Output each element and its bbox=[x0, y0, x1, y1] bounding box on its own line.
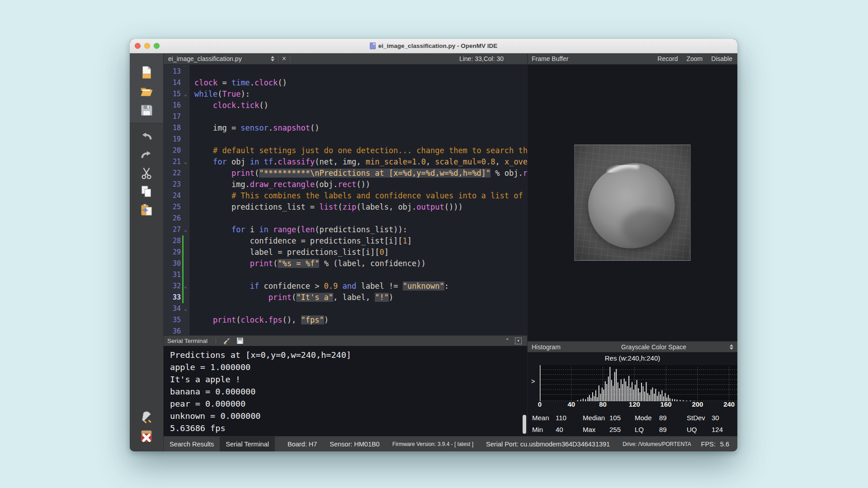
x-axis-tick-label: 120 bbox=[629, 400, 640, 408]
histogram-stats-row: Mean110Median105Mode89StDev30 bbox=[532, 412, 737, 424]
histogram-stats-row: Min40Max255LQ89UQ124 bbox=[532, 424, 737, 436]
code-line-24[interactable]: 24 # This combines the labels and confid… bbox=[164, 190, 527, 202]
code-line-14[interactable]: 14clock = time.clock() bbox=[164, 77, 527, 89]
record-button[interactable]: Record bbox=[657, 55, 678, 62]
code-text: print("**********\nPredictions at [x=%d,… bbox=[194, 168, 527, 179]
stat-label: StDev bbox=[687, 412, 712, 424]
code-line-21[interactable]: 21⌄ for obj in tf.classify(net, img, min… bbox=[164, 156, 527, 168]
code-editor[interactable]: 1314clock = time.clock()15⌄while(True):1… bbox=[164, 65, 527, 335]
frame-buffer-title: Frame Buffer bbox=[528, 55, 568, 62]
editor-tabbar: ei_image_classification.py × Line: 33,Co… bbox=[164, 53, 527, 65]
line-number: 24 bbox=[164, 190, 181, 202]
code-line-34[interactable]: 34⌄ bbox=[164, 303, 527, 314]
save-terminal-log-icon[interactable] bbox=[236, 337, 245, 345]
code-line-36[interactable]: 36 bbox=[164, 326, 527, 335]
code-text: for obj in tf.classify(net, img, min_sca… bbox=[194, 156, 527, 168]
statusbar-info: Sensor: HM01B0 bbox=[330, 441, 379, 448]
code-text: if confidence > 0.9 and label != "unknow… bbox=[194, 281, 449, 292]
redo-button[interactable] bbox=[139, 147, 154, 162]
new-file-button[interactable] bbox=[139, 65, 154, 80]
line-number: 27 bbox=[164, 224, 181, 235]
terminal-menu-icon[interactable]: ▾ bbox=[515, 338, 522, 344]
stop-script-button[interactable] bbox=[139, 429, 154, 443]
fold-chevron-icon[interactable]: ⌄ bbox=[184, 281, 187, 292]
line-number: 17 bbox=[164, 111, 181, 122]
serial-terminal-output[interactable]: Predictions at [x=0,y=0,w=240,h=240]appl… bbox=[164, 346, 527, 436]
fold-chevron-icon[interactable]: ⌄ bbox=[184, 89, 187, 100]
fold-chevron-icon[interactable]: ⌄ bbox=[184, 303, 187, 314]
code-line-33[interactable]: 33 print("It's a", label, "!") bbox=[164, 292, 527, 303]
code-line-19[interactable]: 19 bbox=[164, 134, 527, 145]
statusbar-info: Board: H7 bbox=[288, 441, 317, 448]
collapse-terminal-icon[interactable]: ⌃ bbox=[505, 338, 509, 344]
code-line-35[interactable]: 35 print(clock.fps(), "fps") bbox=[164, 314, 527, 326]
histogram-panel: Res (w:240,h:240) > 04080120160200240 Me… bbox=[528, 352, 737, 436]
code-line-26[interactable]: 26 bbox=[164, 213, 527, 224]
histogram-title: Histogram bbox=[528, 343, 561, 351]
openmv-ide-window: ei_image_classification.py - OpenMV IDE … bbox=[130, 39, 737, 451]
code-text: confidence = predictions_list[i][1] bbox=[194, 235, 412, 247]
disable-button[interactable]: Disable bbox=[711, 55, 732, 62]
code-text: # This combines the labels and confidenc… bbox=[194, 190, 527, 202]
tab-switcher-control[interactable] bbox=[271, 56, 274, 61]
close-window-button[interactable] bbox=[135, 43, 141, 49]
colorspace-dropdown[interactable]: Grayscale Color Space bbox=[621, 343, 737, 351]
tab-filename[interactable]: ei_image_classification.py bbox=[164, 55, 242, 62]
code-line-18[interactable]: 18 img = sensor.snapshot() bbox=[164, 122, 527, 134]
changed-line-marker bbox=[182, 258, 184, 269]
titlebar[interactable]: ei_image_classification.py - OpenMV IDE bbox=[130, 39, 737, 53]
terminal-scrollbar[interactable] bbox=[523, 415, 526, 434]
statusbar-tab-search-results[interactable]: Search Results bbox=[164, 436, 220, 451]
code-line-16[interactable]: 16 clock.tick() bbox=[164, 100, 527, 111]
copy-button[interactable] bbox=[139, 184, 154, 199]
terminal-line: apple = 1.000000 bbox=[170, 361, 527, 373]
code-line-17[interactable]: 17 bbox=[164, 111, 527, 122]
terminal-line: Predictions at [x=0,y=0,w=240,h=240] bbox=[170, 349, 527, 361]
paste-button[interactable] bbox=[139, 203, 154, 217]
fold-chevron-icon[interactable]: ⌄ bbox=[184, 224, 187, 235]
fold-chevron-icon[interactable]: ⌄ bbox=[184, 156, 187, 168]
minimize-window-button[interactable] bbox=[144, 43, 150, 49]
code-line-31[interactable]: 31 bbox=[164, 269, 527, 281]
stat-label: UQ bbox=[687, 424, 712, 436]
line-number: 22 bbox=[164, 168, 181, 179]
code-line-15[interactable]: 15⌄while(True): bbox=[164, 89, 527, 100]
open-file-button[interactable] bbox=[139, 84, 154, 99]
code-line-32[interactable]: 32⌄ if confidence > 0.9 and label != "un… bbox=[164, 281, 527, 292]
colorspace-dropdown-arrows-icon bbox=[730, 344, 733, 350]
zoom-button[interactable]: Zoom bbox=[687, 55, 703, 62]
line-number: 20 bbox=[164, 145, 181, 156]
y-axis-arrow-icon: > bbox=[531, 378, 535, 385]
code-line-27[interactable]: 27⌄ for i in range(len(predictions_list)… bbox=[164, 224, 527, 235]
code-line-23[interactable]: 23 img.draw_rectangle(obj.rect()) bbox=[164, 179, 527, 190]
stat-value: 105 bbox=[609, 412, 635, 424]
window-title: ei_image_classification.py - OpenMV IDE bbox=[378, 42, 497, 49]
code-line-13[interactable]: 13 bbox=[164, 66, 527, 77]
serial-terminal-header: Serial Terminal ⌃ ▾ bbox=[164, 335, 527, 346]
zoom-window-button[interactable] bbox=[154, 43, 160, 49]
code-text: print("%s = %f" % (label, confidence)) bbox=[194, 258, 426, 269]
x-axis-tick-label: 40 bbox=[567, 400, 575, 408]
line-number: 32 bbox=[164, 281, 181, 292]
code-line-30[interactable]: 30 print("%s = %f" % (label, confidence)… bbox=[164, 258, 527, 269]
cut-button[interactable] bbox=[139, 166, 154, 180]
code-line-20[interactable]: 20 # default settings just do one detect… bbox=[164, 145, 527, 156]
changed-line-marker bbox=[182, 247, 184, 258]
code-line-22[interactable]: 22 print("**********\nPredictions at [x=… bbox=[164, 168, 527, 179]
code-text: img.draw_rectangle(obj.rect()) bbox=[194, 179, 370, 190]
tab-close-icon[interactable]: × bbox=[282, 56, 286, 62]
code-line-25[interactable]: 25 predictions_list = list(zip(labels, o… bbox=[164, 202, 527, 213]
frame-buffer-view bbox=[528, 65, 737, 341]
statusbar-info: Drive: /Volumes/PORTENTA bbox=[623, 441, 691, 447]
code-text: print("It's a", label, "!") bbox=[194, 292, 393, 303]
undo-button[interactable] bbox=[139, 129, 154, 143]
clear-terminal-icon[interactable] bbox=[222, 337, 231, 345]
code-line-29[interactable]: 29 label = predictions_list[i][0] bbox=[164, 247, 527, 258]
line-number: 18 bbox=[164, 122, 181, 134]
statusbar-tab-serial-terminal[interactable]: Serial Terminal bbox=[220, 436, 275, 451]
save-file-button[interactable] bbox=[139, 103, 154, 117]
connect-button[interactable] bbox=[139, 410, 154, 424]
code-line-28[interactable]: 28 confidence = predictions_list[i][1] bbox=[164, 235, 527, 247]
terminal-line: banana = 0.000000 bbox=[170, 385, 527, 398]
changed-line-marker bbox=[182, 281, 184, 292]
